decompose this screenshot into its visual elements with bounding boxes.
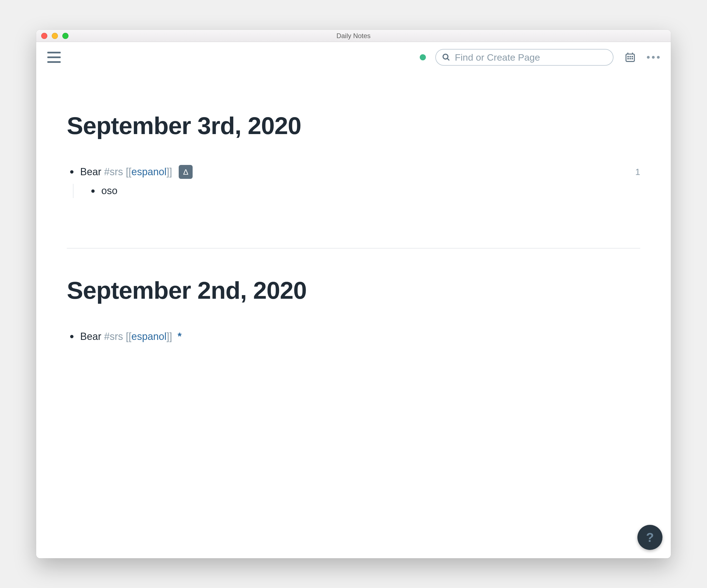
block-row[interactable]: Bear #srs [[espanol]] * (67, 330, 640, 343)
block-tag[interactable]: #srs (104, 165, 123, 179)
block-text[interactable]: oso (101, 184, 117, 198)
bullet-icon[interactable] (70, 335, 73, 338)
bullet-icon[interactable] (70, 170, 73, 174)
star-marker[interactable]: * (177, 330, 181, 343)
fullscreen-window-button[interactable] (62, 33, 68, 39)
daily-note: September 2nd, 2020 Bear #srs [[espanol]… (67, 276, 640, 343)
more-menu-button[interactable] (647, 56, 660, 59)
svg-rect-6 (630, 56, 631, 57)
calendar-button[interactable] (625, 52, 636, 63)
search-icon (442, 53, 450, 62)
svg-rect-5 (628, 56, 629, 57)
daily-note: September 3rd, 2020 Bear #srs [[espanol]… (67, 112, 640, 198)
minimize-window-button[interactable] (52, 33, 58, 39)
daily-note-title[interactable]: September 2nd, 2020 (67, 276, 640, 304)
hamburger-menu-button[interactable] (47, 52, 61, 63)
window-controls (41, 33, 68, 39)
search-box[interactable] (435, 49, 613, 66)
calendar-icon (625, 52, 636, 63)
notes-scroll-area[interactable]: September 3rd, 2020 Bear #srs [[espanol]… (36, 73, 671, 558)
block-tag[interactable]: #srs (104, 330, 123, 343)
svg-rect-10 (632, 58, 633, 60)
block-text[interactable]: Bear (80, 330, 101, 343)
delta-badge[interactable]: Δ (179, 165, 193, 179)
reference-count[interactable]: 1 (635, 166, 640, 178)
window-title: Daily Notes (337, 32, 371, 40)
block-text[interactable]: Bear (80, 165, 101, 179)
svg-line-1 (447, 59, 449, 60)
page-link-open: [[ (126, 165, 131, 179)
page-link-open: [[ (126, 330, 131, 343)
help-icon: ? (646, 530, 654, 545)
search-input[interactable] (454, 52, 607, 63)
app-window: Daily Notes (36, 30, 671, 558)
svg-rect-2 (626, 54, 634, 62)
help-button[interactable]: ? (637, 525, 663, 550)
nested-block-container: oso (73, 184, 640, 198)
page-link[interactable]: espanol (131, 165, 166, 179)
titlebar: Daily Notes (36, 30, 671, 42)
daily-note-title[interactable]: September 3rd, 2020 (67, 112, 640, 140)
svg-rect-8 (628, 58, 629, 60)
block-row[interactable]: oso (88, 184, 640, 198)
bullet-icon[interactable] (91, 189, 95, 193)
close-window-button[interactable] (41, 33, 47, 39)
sync-status-indicator[interactable] (420, 54, 426, 60)
page-link[interactable]: espanol (131, 330, 166, 343)
svg-rect-7 (632, 56, 633, 57)
svg-rect-9 (630, 58, 631, 60)
block-row[interactable]: Bear #srs [[espanol]] Δ 1 (67, 165, 640, 179)
page-link-close: ]] (166, 165, 172, 179)
toolbar (36, 42, 671, 73)
page-link-close: ]] (166, 330, 172, 343)
